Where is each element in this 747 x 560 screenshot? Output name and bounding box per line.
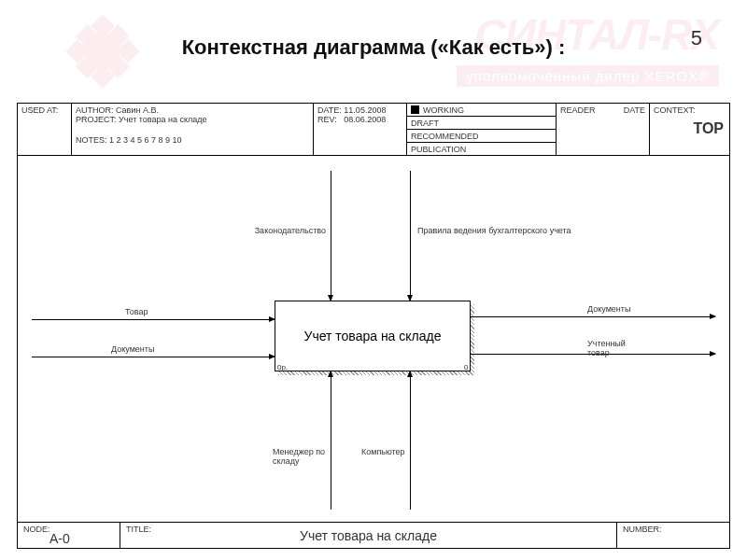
status-draft-label: DRAFT: [411, 119, 439, 128]
control-label-2: Правила ведения бухгалтерского учета: [417, 226, 585, 235]
status-publication: PUBLICATION: [407, 143, 556, 155]
svg-rect-1: [91, 64, 114, 88]
central-activity-box: Учет товара на складе: [275, 301, 471, 371]
status-box-icon: [411, 105, 419, 114]
header-row: USED AT: AUTHOR: Савин А.В. PROJECT: Уче…: [18, 104, 729, 156]
header-reader-block: READER DATE: [557, 104, 650, 155]
output-label-1: Документы: [587, 304, 630, 314]
footer-title-cell: TITLE: Учет товара на складе: [120, 523, 617, 548]
header-date-block: DATE: 11.05.2008 REV: 08.06.2008: [314, 104, 407, 155]
context-label: CONTEXT:: [654, 105, 696, 115]
central-activity-label: Учет товара на складе: [304, 329, 442, 343]
input-label-1: Товар: [125, 307, 148, 316]
status-draft: DRAFT: [407, 117, 556, 130]
status-publication-label: PUBLICATION: [411, 145, 466, 154]
project-value: Учет товара на складе: [119, 115, 207, 124]
idef0-frame: USED AT: AUTHOR: Савин А.В. PROJECT: Уче…: [17, 103, 730, 549]
footer-node-cell: NODE: A-0: [18, 523, 120, 548]
header-context-block: CONTEXT: TOP: [650, 104, 729, 155]
mechanism-arrow-2: [410, 371, 411, 510]
notes-value: 1 2 3 4 5 6 7 8 9 10: [109, 135, 182, 145]
author-value: Савин А.В.: [116, 105, 159, 115]
node-label: NODE:: [23, 525, 50, 534]
mechanism-label-2: Компьютер: [361, 447, 405, 456]
control-arrow-1: [331, 171, 331, 301]
svg-rect-0: [91, 14, 114, 37]
context-value: TOP: [693, 120, 724, 137]
rev-value: 08.06.2008: [344, 115, 386, 124]
project-label: PROJECT:: [76, 115, 117, 124]
header-used-at: USED AT:: [18, 104, 72, 155]
footer-row: NODE: A-0 TITLE: Учет товара на складе N…: [18, 522, 729, 548]
box-corner-right: 0: [464, 363, 468, 371]
status-recommended-label: RECOMMENDED: [411, 132, 479, 141]
brand-subtitle: уполномоченный дилер XEROX®: [457, 65, 719, 87]
page-title: Контекстная диаграмма («Как есть») :: [0, 35, 747, 60]
author-label: AUTHOR:: [76, 105, 114, 115]
header-status-block: WORKING DRAFT RECOMMENDED PUBLICATION: [407, 104, 557, 155]
header-author-block: AUTHOR: Савин А.В. PROJECT: Учет товара …: [72, 104, 314, 155]
rev-label: REV:: [317, 115, 337, 124]
status-working: WORKING: [407, 104, 556, 117]
date2-label: DATE: [624, 105, 645, 115]
footer-title-value: Учет товара на складе: [120, 528, 616, 543]
box-corner-left: 0р.: [277, 363, 288, 371]
used-at-label: USED AT:: [21, 105, 58, 115]
footer-number-cell: NUMBER:: [617, 523, 729, 548]
status-working-label: WORKING: [423, 105, 464, 115]
diagram-area: Учет товара на складе 0р. 0 Законодатель…: [18, 156, 729, 522]
date-value: 11.05.2008: [344, 105, 386, 115]
control-label-1: Законодательство: [247, 226, 326, 235]
control-arrow-2: [410, 171, 411, 301]
notes-label: NOTES:: [76, 135, 107, 145]
status-recommended: RECOMMENDED: [407, 130, 556, 143]
number-label: NUMBER:: [623, 525, 662, 534]
input-arrow-2: [32, 357, 275, 357]
node-value: A-0: [49, 531, 70, 546]
mechanism-label-1: Менеджер по складу: [273, 447, 327, 466]
input-arrow-1: [32, 319, 275, 320]
reader-label: READER: [560, 105, 596, 115]
output-arrow-1: [471, 316, 715, 317]
date-label: DATE:: [317, 105, 342, 115]
input-label-2: Документы: [111, 344, 154, 354]
output-label-2: Учтенный товар: [587, 339, 643, 357]
mechanism-arrow-1: [331, 371, 331, 510]
